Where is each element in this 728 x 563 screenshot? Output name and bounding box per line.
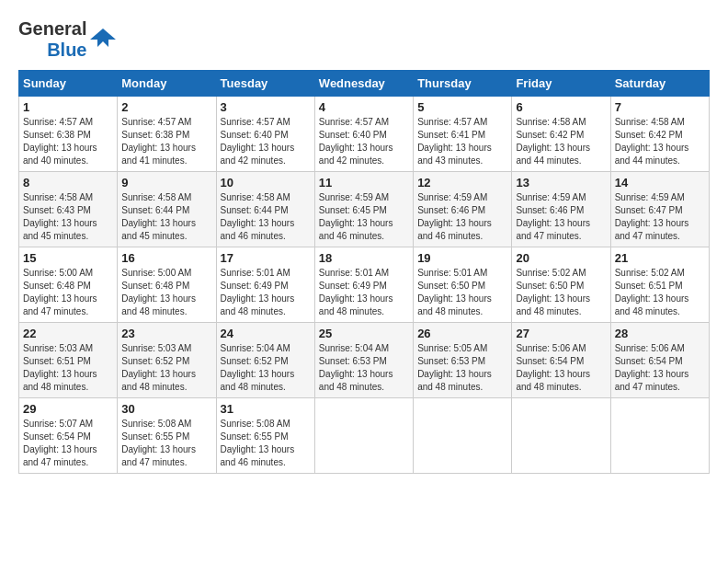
calendar-cell: 20Sunrise: 5:02 AM Sunset: 6:50 PM Dayli… — [512, 247, 610, 323]
calendar-cell: 5Sunrise: 4:57 AM Sunset: 6:41 PM Daylig… — [414, 97, 512, 172]
day-info: Sunrise: 4:57 AM Sunset: 6:40 PM Dayligh… — [319, 116, 409, 167]
day-info: Sunrise: 5:03 AM Sunset: 6:51 PM Dayligh… — [23, 342, 113, 394]
calendar-cell: 13Sunrise: 4:59 AM Sunset: 6:46 PM Dayli… — [512, 172, 610, 247]
day-info: Sunrise: 4:59 AM Sunset: 6:47 PM Dayligh… — [615, 191, 705, 243]
calendar-cell: 14Sunrise: 4:59 AM Sunset: 6:47 PM Dayli… — [610, 172, 709, 247]
day-number: 24 — [221, 327, 311, 340]
day-info: Sunrise: 5:01 AM Sunset: 6:49 PM Dayligh… — [319, 267, 409, 318]
day-number: 25 — [319, 327, 409, 340]
calendar-cell: 7Sunrise: 4:58 AM Sunset: 6:42 PM Daylig… — [610, 97, 709, 172]
day-number: 3 — [221, 100, 311, 114]
calendar-cell: 4Sunrise: 4:57 AM Sunset: 6:40 PM Daylig… — [314, 97, 413, 172]
calendar-cell: 9Sunrise: 4:58 AM Sunset: 6:44 PM Daylig… — [118, 172, 216, 247]
logo: General Blue — [18, 18, 116, 61]
day-info: Sunrise: 5:01 AM Sunset: 6:49 PM Dayligh… — [221, 267, 311, 318]
day-number: 28 — [615, 327, 705, 340]
day-info: Sunrise: 4:58 AM Sunset: 6:42 PM Dayligh… — [615, 116, 705, 167]
calendar-cell: 17Sunrise: 5:01 AM Sunset: 6:49 PM Dayli… — [216, 247, 314, 323]
day-number: 16 — [121, 251, 211, 265]
day-info: Sunrise: 5:02 AM Sunset: 6:50 PM Dayligh… — [516, 267, 606, 318]
day-info: Sunrise: 4:57 AM Sunset: 6:41 PM Dayligh… — [417, 116, 507, 167]
logo-blue: Blue — [47, 40, 86, 61]
calendar-cell — [610, 398, 709, 474]
calendar-cell: 15Sunrise: 5:00 AM Sunset: 6:48 PM Dayli… — [19, 247, 118, 323]
day-number: 2 — [121, 100, 211, 114]
calendar-cell: 30Sunrise: 5:08 AM Sunset: 6:55 PM Dayli… — [118, 398, 216, 474]
calendar-cell: 1Sunrise: 4:57 AM Sunset: 6:38 PM Daylig… — [19, 97, 118, 172]
day-info: Sunrise: 5:02 AM Sunset: 6:51 PM Dayligh… — [615, 267, 705, 318]
day-header-tuesday: Tuesday — [216, 71, 314, 97]
calendar-table: SundayMondayTuesdayWednesdayThursdayFrid… — [18, 70, 710, 474]
day-info: Sunrise: 4:58 AM Sunset: 6:43 PM Dayligh… — [23, 191, 113, 243]
day-number: 19 — [417, 251, 507, 265]
day-info: Sunrise: 5:00 AM Sunset: 6:48 PM Dayligh… — [23, 267, 113, 318]
day-info: Sunrise: 5:06 AM Sunset: 6:54 PM Dayligh… — [516, 342, 606, 394]
calendar-week-row: 15Sunrise: 5:00 AM Sunset: 6:48 PM Dayli… — [19, 247, 710, 323]
day-number: 9 — [121, 176, 211, 190]
day-number: 15 — [23, 251, 113, 265]
calendar-cell: 12Sunrise: 4:59 AM Sunset: 6:46 PM Dayli… — [414, 172, 512, 247]
day-info: Sunrise: 4:57 AM Sunset: 6:38 PM Dayligh… — [23, 116, 113, 167]
day-number: 12 — [417, 176, 507, 190]
day-info: Sunrise: 4:58 AM Sunset: 6:44 PM Dayligh… — [121, 191, 211, 243]
day-number: 7 — [615, 100, 705, 114]
header: General Blue — [18, 18, 710, 61]
day-header-thursday: Thursday — [414, 71, 512, 97]
day-header-saturday: Saturday — [610, 71, 709, 97]
day-number: 30 — [121, 402, 211, 416]
calendar-cell: 19Sunrise: 5:01 AM Sunset: 6:50 PM Dayli… — [414, 247, 512, 323]
day-info: Sunrise: 4:59 AM Sunset: 6:46 PM Dayligh… — [516, 191, 606, 243]
day-number: 1 — [23, 100, 113, 114]
calendar-cell: 23Sunrise: 5:03 AM Sunset: 6:52 PM Dayli… — [118, 323, 216, 398]
day-info: Sunrise: 4:59 AM Sunset: 6:46 PM Dayligh… — [417, 191, 507, 243]
calendar-cell: 27Sunrise: 5:06 AM Sunset: 6:54 PM Dayli… — [512, 323, 610, 398]
day-number: 8 — [23, 176, 113, 190]
calendar-cell: 11Sunrise: 4:59 AM Sunset: 6:45 PM Dayli… — [314, 172, 413, 247]
calendar-cell: 3Sunrise: 4:57 AM Sunset: 6:40 PM Daylig… — [216, 97, 314, 172]
day-number: 4 — [319, 100, 409, 114]
day-info: Sunrise: 5:03 AM Sunset: 6:52 PM Dayligh… — [121, 342, 211, 394]
day-info: Sunrise: 5:07 AM Sunset: 6:54 PM Dayligh… — [23, 418, 113, 469]
day-info: Sunrise: 4:58 AM Sunset: 6:44 PM Dayligh… — [221, 191, 311, 243]
day-number: 10 — [221, 176, 311, 190]
day-info: Sunrise: 5:06 AM Sunset: 6:54 PM Dayligh… — [615, 342, 705, 394]
day-info: Sunrise: 5:04 AM Sunset: 6:53 PM Dayligh… — [319, 342, 409, 394]
calendar-cell — [314, 398, 413, 474]
day-number: 29 — [23, 402, 113, 416]
calendar-week-row: 8Sunrise: 4:58 AM Sunset: 6:43 PM Daylig… — [19, 172, 710, 247]
day-info: Sunrise: 5:05 AM Sunset: 6:53 PM Dayligh… — [417, 342, 507, 394]
day-number: 6 — [516, 100, 606, 114]
calendar-header-row: SundayMondayTuesdayWednesdayThursdayFrid… — [19, 71, 710, 97]
day-info: Sunrise: 5:04 AM Sunset: 6:52 PM Dayligh… — [221, 342, 311, 394]
calendar-cell: 25Sunrise: 5:04 AM Sunset: 6:53 PM Dayli… — [314, 323, 413, 398]
day-number: 14 — [615, 176, 705, 190]
day-header-friday: Friday — [512, 71, 610, 97]
day-info: Sunrise: 5:01 AM Sunset: 6:50 PM Dayligh… — [417, 267, 507, 318]
calendar-cell: 10Sunrise: 4:58 AM Sunset: 6:44 PM Dayli… — [216, 172, 314, 247]
page-container: General Blue SundayMondayTuesdayWednesda… — [18, 18, 710, 474]
day-info: Sunrise: 4:58 AM Sunset: 6:42 PM Dayligh… — [516, 116, 606, 167]
calendar-cell: 31Sunrise: 5:08 AM Sunset: 6:55 PM Dayli… — [216, 398, 314, 474]
day-number: 17 — [221, 251, 311, 265]
day-header-wednesday: Wednesday — [314, 71, 413, 97]
calendar-cell: 24Sunrise: 5:04 AM Sunset: 6:52 PM Dayli… — [216, 323, 314, 398]
day-info: Sunrise: 5:08 AM Sunset: 6:55 PM Dayligh… — [221, 418, 311, 469]
day-info: Sunrise: 4:57 AM Sunset: 6:40 PM Dayligh… — [221, 116, 311, 167]
calendar-cell: 29Sunrise: 5:07 AM Sunset: 6:54 PM Dayli… — [19, 398, 118, 474]
calendar-cell: 26Sunrise: 5:05 AM Sunset: 6:53 PM Dayli… — [414, 323, 512, 398]
day-number: 23 — [121, 327, 211, 340]
day-number: 13 — [516, 176, 606, 190]
day-number: 22 — [23, 327, 113, 340]
day-number: 18 — [319, 251, 409, 265]
day-info: Sunrise: 4:57 AM Sunset: 6:38 PM Dayligh… — [121, 116, 211, 167]
day-header-monday: Monday — [118, 71, 216, 97]
calendar-cell: 18Sunrise: 5:01 AM Sunset: 6:49 PM Dayli… — [314, 247, 413, 323]
svg-marker-0 — [90, 29, 116, 47]
day-number: 5 — [417, 100, 507, 114]
calendar-cell: 22Sunrise: 5:03 AM Sunset: 6:51 PM Dayli… — [19, 323, 118, 398]
day-info: Sunrise: 5:00 AM Sunset: 6:48 PM Dayligh… — [121, 267, 211, 318]
calendar-week-row: 29Sunrise: 5:07 AM Sunset: 6:54 PM Dayli… — [19, 398, 710, 474]
calendar-cell — [414, 398, 512, 474]
day-number: 31 — [221, 402, 311, 416]
calendar-cell: 21Sunrise: 5:02 AM Sunset: 6:51 PM Dayli… — [610, 247, 709, 323]
